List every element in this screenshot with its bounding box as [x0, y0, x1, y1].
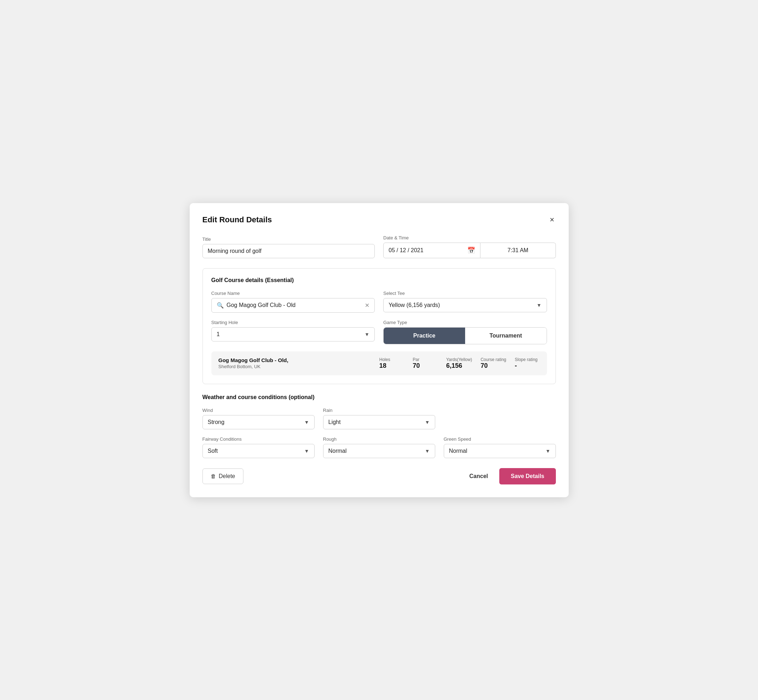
select-tee-dropdown[interactable]: Yellow (6,156 yards) ▼: [383, 298, 547, 312]
chevron-down-icon: ▼: [545, 448, 551, 454]
course-info-name: Gog Magog Golf Club - Old,: [219, 357, 371, 363]
hole-gametype-row: Starting Hole 1 ▼ Game Type Practice Tou…: [211, 320, 547, 344]
rain-value: Light: [329, 419, 425, 425]
course-name-location: Gog Magog Golf Club - Old, Shelford Bott…: [219, 357, 371, 369]
course-info-row: Gog Magog Golf Club - Old, Shelford Bott…: [211, 352, 547, 375]
fairway-value: Soft: [208, 448, 304, 454]
delete-button[interactable]: 🗑 Delete: [202, 469, 243, 484]
delete-label: Delete: [219, 473, 235, 480]
modal-title: Edit Round Details: [202, 215, 272, 225]
title-input[interactable]: [202, 244, 375, 258]
course-name-input[interactable]: 🔍 Gog Magog Golf Club - Old ✕: [211, 298, 375, 312]
fairway-dropdown[interactable]: Soft ▼: [202, 444, 315, 458]
save-button[interactable]: Save Details: [499, 468, 556, 484]
holes-label: Holes: [379, 357, 390, 362]
datetime-label: Date & Time: [383, 235, 556, 241]
green-speed-dropdown[interactable]: Normal ▼: [444, 444, 556, 458]
game-type-group: Game Type Practice Tournament: [383, 320, 547, 344]
fairway-rough-green-row: Fairway Conditions Soft ▼ Rough Normal ▼…: [202, 436, 556, 458]
wind-group: Wind Strong ▼: [202, 408, 315, 429]
datetime-field-group: Date & Time 05 / 12 / 2021 📅 7:31 AM: [383, 235, 556, 258]
chevron-down-icon: ▼: [537, 302, 542, 308]
footer-right: Cancel Save Details: [467, 468, 556, 484]
wind-value: Strong: [208, 419, 304, 425]
modal-header: Edit Round Details ×: [202, 214, 556, 225]
starting-hole-group: Starting Hole 1 ▼: [211, 320, 375, 344]
chevron-down-icon: ▼: [304, 448, 309, 454]
wind-rain-row: Wind Strong ▼ Rain Light ▼: [202, 408, 556, 429]
clear-icon[interactable]: ✕: [365, 302, 370, 309]
weather-section: Weather and course conditions (optional)…: [202, 394, 556, 458]
chevron-down-icon: ▼: [425, 448, 430, 454]
course-rating-label: Course rating: [481, 357, 506, 362]
starting-hole-dropdown[interactable]: 1 ▼: [211, 327, 375, 341]
select-tee-value: Yellow (6,156 yards): [388, 302, 537, 308]
course-name-group: Course Name 🔍 Gog Magog Golf Club - Old …: [211, 291, 375, 312]
game-type-toggle: Practice Tournament: [383, 327, 547, 344]
tournament-button[interactable]: Tournament: [465, 328, 547, 344]
chevron-down-icon: ▼: [425, 419, 430, 425]
slope-rating-value: -: [515, 362, 517, 370]
yards-value: 6,156: [446, 362, 462, 370]
footer-row: 🗑 Delete Cancel Save Details: [202, 468, 556, 484]
rough-value: Normal: [329, 448, 425, 454]
select-tee-group: Select Tee Yellow (6,156 yards) ▼: [383, 291, 547, 312]
green-speed-group: Green Speed Normal ▼: [444, 436, 556, 458]
wind-dropdown[interactable]: Strong ▼: [202, 415, 315, 429]
rough-label: Rough: [323, 436, 435, 442]
green-speed-label: Green Speed: [444, 436, 556, 442]
course-tee-row: Course Name 🔍 Gog Magog Golf Club - Old …: [211, 291, 547, 312]
select-tee-label: Select Tee: [383, 291, 547, 296]
course-info-location: Shelford Bottom, UK: [219, 364, 371, 369]
course-rating-stat: Course rating 70: [481, 357, 506, 370]
weather-section-title: Weather and course conditions (optional): [202, 394, 556, 400]
starting-hole-label: Starting Hole: [211, 320, 375, 325]
fairway-group: Fairway Conditions Soft ▼: [202, 436, 315, 458]
rough-dropdown[interactable]: Normal ▼: [323, 444, 435, 458]
game-type-label: Game Type: [383, 320, 547, 325]
rain-dropdown[interactable]: Light ▼: [323, 415, 435, 429]
rain-group: Rain Light ▼: [323, 408, 435, 429]
search-icon: 🔍: [217, 302, 224, 309]
calendar-icon: 📅: [467, 247, 475, 254]
edit-round-modal: Edit Round Details × Title Date & Time 0…: [190, 203, 568, 497]
datetime-row: 05 / 12 / 2021 📅 7:31 AM: [383, 242, 556, 258]
course-name-text: Gog Magog Golf Club - Old: [227, 302, 362, 308]
course-name-label: Course Name: [211, 291, 375, 296]
rough-group: Rough Normal ▼: [323, 436, 435, 458]
chevron-down-icon: ▼: [304, 419, 309, 425]
fairway-label: Fairway Conditions: [202, 436, 315, 442]
par-value: 70: [413, 362, 420, 370]
starting-hole-value: 1: [217, 331, 365, 338]
holes-value: 18: [379, 362, 387, 370]
rain-label: Rain: [323, 408, 435, 413]
time-text: 7:31 AM: [507, 247, 528, 254]
practice-button[interactable]: Practice: [384, 328, 465, 344]
title-field-group: Title: [202, 236, 375, 258]
course-rating-value: 70: [481, 362, 487, 370]
green-speed-value: Normal: [449, 448, 545, 454]
par-label: Par: [413, 357, 420, 362]
holes-stat: Holes 18: [379, 357, 404, 370]
golf-course-section: Golf Course details (Essential) Course N…: [202, 268, 556, 384]
date-text: 05 / 12 / 2021: [388, 247, 467, 254]
time-input[interactable]: 7:31 AM: [481, 242, 556, 258]
par-stat: Par 70: [413, 357, 438, 370]
title-label: Title: [202, 236, 375, 242]
wind-label: Wind: [202, 408, 315, 413]
top-row: Title Date & Time 05 / 12 / 2021 📅 7:31 …: [202, 235, 556, 258]
chevron-down-icon: ▼: [365, 331, 370, 337]
slope-rating-label: Slope rating: [515, 357, 538, 362]
date-input[interactable]: 05 / 12 / 2021 📅: [383, 242, 481, 258]
yards-stat: Yards(Yellow) 6,156: [446, 357, 472, 370]
trash-icon: 🗑: [211, 473, 216, 479]
close-button[interactable]: ×: [548, 214, 556, 225]
yards-label: Yards(Yellow): [446, 357, 472, 362]
slope-rating-stat: Slope rating -: [515, 357, 540, 370]
golf-section-title: Golf Course details (Essential): [211, 277, 547, 283]
cancel-button[interactable]: Cancel: [467, 469, 491, 484]
